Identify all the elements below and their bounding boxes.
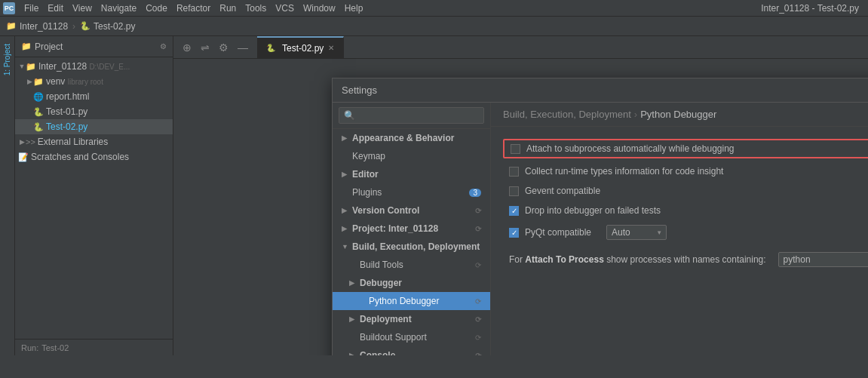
tree-item-test02[interactable]: 🐍 Test-02.py	[15, 119, 173, 134]
py-file-icon-02: 🐍	[33, 122, 44, 132]
tab-test02[interactable]: 🐍 Test-02.py ✕	[257, 36, 344, 59]
vertical-tab-strip: 1: Project	[0, 36, 15, 355]
settings-bc-parent: Build, Execution, Deployment	[503, 109, 631, 120]
nav-item-deployment[interactable]: ▶ Deployment ⟳	[333, 310, 490, 328]
tree-item-venv[interactable]: ▶ 📁 venv library root	[15, 74, 173, 89]
tree-arrow-extlibs: ▶	[18, 138, 26, 146]
menu-run[interactable]: Run	[215, 2, 241, 15]
nav-arrow-keymap	[342, 152, 349, 160]
label-gevent: Gevent compatible	[525, 186, 600, 196]
checkbox-attach-subprocess[interactable]	[511, 144, 520, 154]
tree-item-ext-libs[interactable]: ▶ >> External Libraries	[15, 134, 173, 149]
nav-arrow-console: ▶	[349, 352, 357, 355]
ext-libs-icon: >>	[26, 137, 35, 146]
project-tree: ▼ 📁 Inter_01128 D:\DEV_E... ▶ 📁 venv lib…	[15, 57, 173, 339]
nav-label-plugins: Plugins	[352, 187, 382, 198]
nav-item-debugger[interactable]: ▶ Debugger	[333, 274, 490, 292]
run-label: Run:	[21, 343, 38, 352]
nav-item-plugins[interactable]: Plugins 3	[333, 183, 490, 201]
breadcrumb-bar: 📁 Inter_01128 › 🐍 Test-02.py	[0, 17, 868, 36]
attach-process-input[interactable]	[778, 252, 868, 267]
nav-sync-vcs: ⟳	[475, 207, 481, 215]
nav-sync-project: ⟳	[475, 225, 481, 233]
nav-item-editor[interactable]: ▶ Editor	[333, 165, 490, 183]
checkbox-gevent[interactable]	[509, 186, 519, 196]
menu-code[interactable]: Code	[141, 2, 172, 15]
tab-close-icon[interactable]: ✕	[328, 44, 334, 52]
tree-label-inter01128: Inter_01128 D:\DEV_E...	[38, 61, 130, 72]
menu-edit[interactable]: Edit	[43, 2, 68, 15]
tree-arrow-inter01128: ▼	[18, 63, 26, 70]
menu-refactor[interactable]: Refactor	[172, 2, 215, 15]
checkbox-pyqt[interactable]	[509, 228, 519, 238]
nav-item-build-exec[interactable]: ▼ Build, Execution, Deployment	[333, 238, 490, 256]
checkbox-drop-debugger[interactable]	[509, 206, 519, 216]
nav-item-build-tools[interactable]: Build Tools ⟳	[333, 256, 490, 274]
nav-sync-console: ⟳	[475, 352, 481, 356]
sidebar-settings-icon[interactable]: ⚙	[160, 42, 167, 51]
option-gevent: Gevent compatible	[503, 183, 868, 199]
settings-content: Build, Execution, Deployment › Python De…	[491, 103, 868, 355]
attach-process-label: For Attach To Process show processes wit…	[509, 254, 766, 265]
settings-search-input[interactable]	[339, 107, 484, 124]
nav-label-keymap: Keymap	[352, 151, 385, 161]
menu-tools[interactable]: Tools	[241, 2, 271, 15]
tree-item-test01[interactable]: 🐍 Test-01.py	[15, 104, 173, 119]
nav-label-build: Build, Execution, Deployment	[352, 241, 480, 252]
pyqt-dropdown[interactable]: Auto	[606, 225, 667, 240]
bc-separator: ›	[634, 109, 637, 120]
menu-window[interactable]: Window	[299, 2, 340, 15]
nav-item-keymap[interactable]: Keymap	[333, 147, 490, 165]
nav-item-python-debugger[interactable]: Python Debugger ⟳	[333, 292, 490, 310]
main-layout: 1: Project 📁 Project ⚙ ▼ 📁 Inter_01128 D…	[0, 36, 868, 355]
nav-item-buildout[interactable]: Buildout Support ⟳	[333, 328, 490, 346]
tree-label-venv: venv library root	[46, 76, 103, 87]
tab-tools: ⊕ ⇌ ⚙ —	[173, 40, 257, 55]
nav-item-appearance[interactable]: ▶ Appearance & Behavior	[333, 129, 490, 147]
option-attach-subprocess: Attach to subprocess automatically while…	[503, 139, 868, 158]
option-collect-runtime: Collect run-time types information for c…	[503, 163, 868, 180]
breadcrumb-project[interactable]: Inter_01128	[20, 21, 68, 32]
tree-label-test01: Test-01.py	[46, 106, 87, 117]
project-tab-label[interactable]: 1: Project	[2, 39, 13, 80]
nav-item-console[interactable]: ▶ Console ⟳	[333, 346, 490, 355]
nav-arrow-project: ▶	[342, 225, 349, 232]
tab-bar: ⊕ ⇌ ⚙ — 🐍 Test-02.py ✕	[173, 36, 868, 59]
sidebar-folder-icon: 📁	[21, 41, 32, 51]
tree-item-inter01128[interactable]: ▼ 📁 Inter_01128 D:\DEV_E...	[15, 59, 173, 74]
attach-process-row: For Attach To Process show processes wit…	[503, 249, 868, 270]
menu-navigate[interactable]: Navigate	[97, 2, 141, 15]
menu-vcs[interactable]: VCS	[271, 2, 299, 15]
checkbox-collect-runtime[interactable]	[509, 167, 519, 177]
menu-view[interactable]: View	[68, 2, 97, 15]
scratches-icon: 📝	[18, 152, 29, 162]
tree-label-scratches: Scratches and Consoles	[31, 152, 129, 162]
nav-sync-buildout: ⟳	[475, 333, 481, 342]
nav-arrow-editor: ▶	[342, 171, 349, 178]
option-pyqt: PyQt compatible Auto	[503, 222, 868, 243]
breadcrumb-file[interactable]: Test-02.py	[94, 21, 135, 32]
menu-file[interactable]: File	[20, 2, 43, 15]
nav-arrow-appearance: ▶	[342, 134, 349, 142]
menu-help[interactable]: Help	[340, 2, 368, 15]
settings-search-container	[333, 103, 490, 129]
sidebar-header: 📁 Project ⚙	[15, 36, 173, 57]
nav-sync-build-tools: ⟳	[475, 261, 481, 269]
nav-item-vcs[interactable]: ▶ Version Control ⟳	[333, 201, 490, 220]
py-icon: 🐍	[80, 21, 90, 31]
nav-label-deployment: Deployment	[360, 314, 412, 324]
tree-label-extlibs: External Libraries	[38, 137, 108, 147]
settings-breadcrumb: Build, Execution, Deployment › Python De…	[503, 109, 716, 120]
tree-item-report[interactable]: 🌐 report.html	[15, 89, 173, 104]
gear-tab-icon[interactable]: ⚙	[216, 40, 232, 55]
tree-item-scratches[interactable]: 📝 Scratches and Consoles	[15, 149, 173, 164]
nav-label-debugger: Debugger	[360, 278, 402, 288]
py-file-icon-01: 🐍	[33, 107, 44, 117]
nav-arrow-build: ▼	[342, 243, 349, 250]
add-tab-icon[interactable]: ⊕	[179, 40, 195, 55]
minimize-icon[interactable]: —	[235, 40, 251, 55]
venv-folder-icon: 📁	[33, 77, 44, 87]
nav-sync-python-debugger: ⟳	[475, 297, 481, 306]
split-icon[interactable]: ⇌	[198, 40, 213, 55]
nav-item-project[interactable]: ▶ Project: Inter_01128 ⟳	[333, 220, 490, 238]
